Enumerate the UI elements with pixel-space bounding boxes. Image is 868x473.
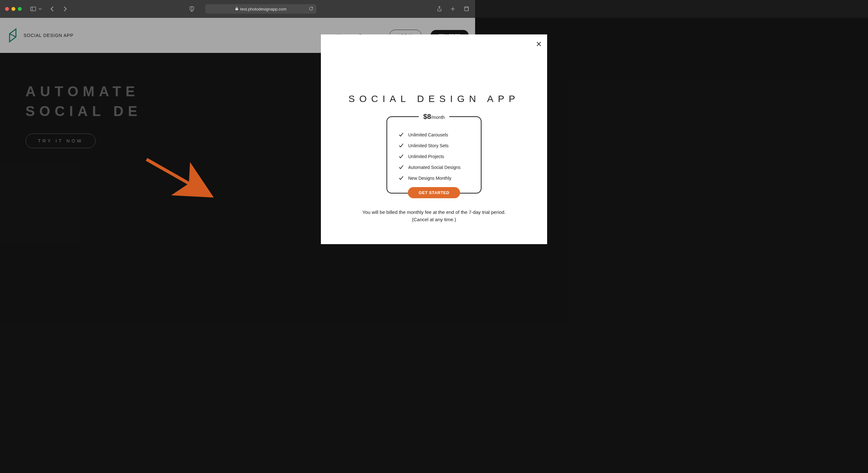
url-text: test.photodesignapp.com [240,7,286,11]
close-window-button[interactable] [5,7,9,11]
feature-item: Unlimited Carousels [399,132,469,137]
forward-button[interactable] [61,5,69,13]
window-controls [5,7,22,11]
browser-chrome: test.photodesignapp.com [0,0,475,18]
tabs-overview-icon[interactable] [462,5,470,13]
feature-item: New Designs Monthly [399,176,469,181]
new-tab-icon[interactable] [449,5,457,13]
footnote-line1: You will be billed the monthly fee at th… [327,209,475,216]
pricing-modal: SOCIAL DESIGN APP $8/month Unlimited Car… [321,34,475,244]
sidebar-toggle-icon[interactable] [29,5,37,13]
chevron-down-icon[interactable] [38,5,42,13]
check-icon [399,154,404,159]
feature-label: New Designs Monthly [408,176,451,181]
lock-icon [235,7,238,11]
maximize-window-button[interactable] [18,7,22,11]
address-bar[interactable]: test.photodesignapp.com [205,4,317,14]
modal-title: SOCIAL DESIGN APP [327,93,475,104]
check-icon [399,165,404,170]
feature-label: Unlimited Story Sets [408,143,449,148]
modal-footnote: You will be billed the monthly fee at th… [327,209,475,223]
feature-label: Unlimited Projects [408,154,444,159]
feature-item: Unlimited Projects [399,154,469,159]
reload-icon[interactable] [309,6,313,12]
plan-box: Unlimited Carousels Unlimited Story Sets… [386,116,475,194]
svg-rect-0 [31,7,36,11]
back-button[interactable] [49,5,56,13]
feature-label: Automated Social Designs [408,165,460,170]
check-icon [399,132,404,137]
plan-price: $8/month [419,113,449,121]
price-unit: /month [431,115,445,120]
svg-rect-3 [236,8,238,10]
feature-label: Unlimited Carousels [408,132,448,137]
minimize-window-button[interactable] [11,7,15,11]
get-started-button[interactable]: GET STARTED [408,187,460,198]
share-icon[interactable] [436,5,443,13]
footnote-line2: (Cancel at any time.) [327,216,475,224]
check-icon [399,143,404,148]
feature-list: Unlimited Carousels Unlimited Story Sets… [399,132,469,181]
feature-item: Automated Social Designs [399,165,469,170]
price-amount: $8 [423,113,431,120]
feature-item: Unlimited Story Sets [399,143,469,148]
privacy-shield-icon[interactable] [188,5,196,13]
check-icon [399,176,404,181]
